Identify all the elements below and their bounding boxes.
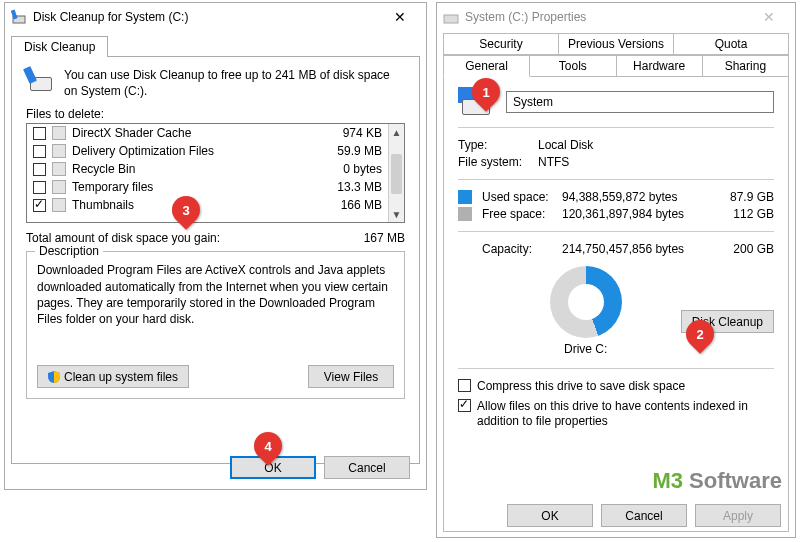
filesystem-label: File system:: [458, 155, 538, 169]
index-label: Allow files on this drive to have conten…: [477, 399, 774, 430]
tab-security[interactable]: Security: [443, 33, 559, 55]
checkbox[interactable]: [33, 145, 46, 158]
files-listbox[interactable]: DirectX Shader Cache 974 KB Delivery Opt…: [26, 123, 405, 223]
file-size: 166 MB: [316, 198, 382, 212]
drive-cleanup-icon: [26, 67, 54, 95]
tab-quota[interactable]: Quota: [674, 33, 789, 55]
file-name: DirectX Shader Cache: [72, 126, 310, 140]
tab-disk-cleanup[interactable]: Disk Cleanup: [11, 36, 108, 57]
file-size: 59.9 MB: [316, 144, 382, 158]
scroll-thumb[interactable]: [391, 154, 402, 194]
scroll-down-icon[interactable]: ▼: [389, 206, 404, 222]
disk-cleanup-window: Disk Cleanup for System (C:) ✕ Disk Clea…: [4, 2, 427, 490]
cancel-button[interactable]: Cancel: [324, 456, 410, 479]
drive-name-input[interactable]: [506, 91, 774, 113]
tab-general[interactable]: General: [443, 55, 530, 77]
capacity-label: Capacity:: [482, 242, 562, 256]
list-item[interactable]: Temporary files 13.3 MB: [27, 178, 388, 196]
file-name: Delivery Optimization Files: [72, 144, 310, 158]
file-size: 974 KB: [316, 126, 382, 140]
compress-checkbox[interactable]: [458, 379, 471, 392]
file-size: 0 bytes: [316, 162, 382, 176]
scrollbar[interactable]: ▲ ▼: [388, 124, 404, 222]
used-space-bytes: 94,388,559,872 bytes: [562, 190, 718, 204]
window-title: Disk Cleanup for System (C:): [33, 10, 380, 24]
svg-rect-1: [11, 10, 18, 20]
tab-previous-versions[interactable]: Previous Versions: [559, 33, 674, 55]
watermark: M3 Software: [653, 468, 782, 494]
capacity-gb: 200 GB: [718, 242, 774, 256]
annotation-marker-1: 1: [472, 78, 500, 116]
apply-button[interactable]: Apply: [695, 504, 781, 527]
divider: [458, 179, 774, 180]
file-icon: [52, 180, 66, 194]
tab-tools[interactable]: Tools: [530, 55, 616, 77]
tab-hardware[interactable]: Hardware: [617, 55, 703, 77]
total-value: 167 MB: [364, 231, 405, 245]
tabstrip: Security Previous Versions Quota General…: [443, 33, 789, 77]
tabstrip: Disk Cleanup: [5, 31, 426, 56]
description-label: Description: [35, 244, 103, 258]
close-button[interactable]: ✕: [380, 9, 420, 25]
free-space-label: Free space:: [482, 207, 562, 221]
divider: [458, 368, 774, 369]
recycle-bin-icon: [52, 162, 66, 176]
type-label: Type:: [458, 138, 538, 152]
disk-cleanup-icon: [11, 9, 27, 25]
disk-usage-pie-icon: [550, 266, 622, 338]
watermark-text: Software: [689, 468, 782, 494]
free-space-bytes: 120,361,897,984 bytes: [562, 207, 718, 221]
titlebar[interactable]: System (C:) Properties ✕: [437, 3, 795, 31]
titlebar[interactable]: Disk Cleanup for System (C:) ✕: [5, 3, 426, 31]
clean-system-files-button[interactable]: Clean up system files: [37, 365, 189, 388]
file-icon: [52, 126, 66, 140]
compress-label: Compress this drive to save disk space: [477, 379, 685, 395]
watermark-logo: M3: [653, 468, 684, 494]
index-checkbox[interactable]: [458, 399, 471, 412]
cancel-button[interactable]: Cancel: [601, 504, 687, 527]
clean-system-files-label: Clean up system files: [64, 370, 178, 384]
annotation-marker-4: 4: [254, 432, 282, 470]
tab-sharing[interactable]: Sharing: [703, 55, 789, 77]
used-space-gb: 87.9 GB: [718, 190, 774, 204]
svg-rect-2: [444, 15, 458, 23]
type-value: Local Disk: [538, 138, 593, 152]
free-space-swatch-icon: [458, 207, 472, 221]
checkbox[interactable]: [33, 163, 46, 176]
divider: [458, 127, 774, 128]
free-space-gb: 112 GB: [718, 207, 774, 221]
file-icon: [52, 198, 66, 212]
drive-icon: [443, 9, 459, 25]
list-item[interactable]: Recycle Bin 0 bytes: [27, 160, 388, 178]
description-group: Description Downloaded Program Files are…: [26, 251, 405, 399]
checkbox[interactable]: [33, 181, 46, 194]
file-size: 13.3 MB: [316, 180, 382, 194]
files-to-delete-label: Files to delete:: [26, 107, 405, 121]
list-item[interactable]: DirectX Shader Cache 974 KB: [27, 124, 388, 142]
shield-icon: [48, 371, 60, 383]
list-item[interactable]: Thumbnails 166 MB: [27, 196, 388, 214]
tab-content: You can use Disk Cleanup to free up to 2…: [11, 56, 420, 464]
description-text: Downloaded Program Files are ActiveX con…: [37, 262, 394, 327]
checkbox[interactable]: [33, 127, 46, 140]
ok-button[interactable]: OK: [507, 504, 593, 527]
file-name: Recycle Bin: [72, 162, 310, 176]
used-space-swatch-icon: [458, 190, 472, 204]
annotation-marker-2: 2: [686, 320, 714, 358]
file-icon: [52, 144, 66, 158]
checkbox[interactable]: [33, 199, 46, 212]
divider: [458, 231, 774, 232]
list-item[interactable]: Delivery Optimization Files 59.9 MB: [27, 142, 388, 160]
view-files-button[interactable]: View Files: [308, 365, 394, 388]
annotation-marker-3: 3: [172, 196, 200, 234]
filesystem-value: NTFS: [538, 155, 569, 169]
capacity-bytes: 214,750,457,856 bytes: [562, 242, 718, 256]
used-space-label: Used space:: [482, 190, 562, 204]
drive-label: Drive C:: [564, 342, 607, 356]
window-title: System (C:) Properties: [465, 10, 749, 24]
intro-text: You can use Disk Cleanup to free up to 2…: [64, 67, 405, 99]
general-tab-content: Type:Local Disk File system:NTFS Used sp…: [443, 76, 789, 532]
file-name: Temporary files: [72, 180, 310, 194]
scroll-up-icon[interactable]: ▲: [389, 124, 404, 140]
close-button[interactable]: ✕: [749, 9, 789, 25]
